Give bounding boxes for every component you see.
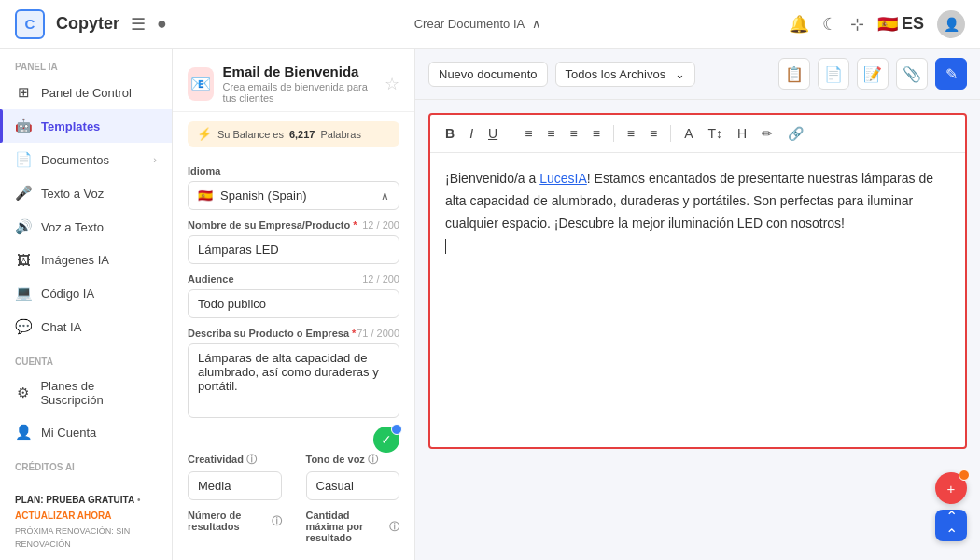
user-avatar[interactable]: 👤 (937, 10, 965, 38)
create-doc-button[interactable]: Crear Documento IA ∧ (414, 17, 542, 31)
sidebar-item-codigo[interactable]: 💻 Código IA (0, 276, 172, 310)
plan-label: PLAN: (15, 495, 44, 505)
verify-button[interactable]: ✓ (373, 427, 399, 453)
info-icon2: ⓘ (368, 454, 378, 465)
creatividad-select[interactable]: Baja Media Alta (188, 471, 282, 500)
chevron-right-icon: › (153, 154, 157, 165)
sidebar-item-mi-cuenta[interactable]: 👤 Mi Cuenta (0, 415, 172, 449)
empresa-input[interactable] (188, 235, 399, 264)
align-right-button[interactable]: ≡ (566, 124, 581, 143)
info-icon3: ⓘ (272, 514, 282, 528)
sidebar-item-imagenes[interactable]: 🖼 Imágenes IA (0, 244, 172, 276)
audience-char-count: 12 / 200 (362, 273, 399, 285)
doc-icon: 📄 (15, 151, 32, 168)
align-justify-button[interactable]: ≡ (589, 124, 604, 143)
app-header: C Copyter ☰ ● Crear Documento IA ∧ 🔔 ☾ ⊹… (0, 0, 980, 49)
balance-value: 6,217 (289, 129, 315, 140)
ordered-list-button[interactable]: ≡ (623, 124, 638, 143)
attach-button[interactable]: 📎 (896, 58, 928, 90)
pen-button[interactable]: ✏ (758, 124, 777, 143)
bold-button[interactable]: B (441, 124, 458, 143)
sidebar-item-planes[interactable]: ⚙ Planes de Suscripción (0, 371, 172, 415)
renewal-info: PRÓXIMA RENOVACIÓN: SIN RENOVACIÓN (15, 525, 157, 551)
chevron-up-icon: ∧ (381, 189, 389, 203)
favorite-icon[interactable]: ☆ (385, 74, 399, 94)
unordered-list-button[interactable]: ≡ (646, 124, 661, 143)
editor-link[interactable]: LucesIA (539, 171, 587, 186)
language-selector[interactable]: 🇪🇸 ES (877, 14, 924, 35)
sidebar-item-templates[interactable]: 🤖 Templates (0, 109, 172, 143)
italic-button[interactable]: I (466, 124, 477, 143)
panel-icon: 📧 (188, 67, 214, 101)
copy-doc-button[interactable]: 📋 (778, 58, 810, 90)
tono-field: Tono de voz ⓘ Formal Casual Humorístico (299, 453, 408, 500)
upgrade-link[interactable]: ACTUALIZAR AHORA (15, 509, 157, 523)
grid-icon: ⊞ (15, 84, 32, 101)
audience-input[interactable] (188, 289, 399, 318)
archive-select[interactable]: Todos los Archivos ⌄ (555, 62, 695, 87)
descripcion-char-count: 71 / 2000 (357, 328, 399, 339)
language-select[interactable]: 🇪🇸 Spanish (Spain) ∧ (188, 181, 399, 210)
code-icon: 💻 (15, 285, 32, 301)
user-icon: 👤 (15, 424, 32, 441)
balance-bar: ⚡ Su Balance es 6,217 Palabras (188, 121, 399, 147)
underline-button[interactable]: U (484, 124, 501, 143)
chevron-down-icon: ⌄ (675, 67, 685, 81)
chat-icon: 💬 (15, 318, 32, 335)
archive-select-label: Todos los Archivos (566, 67, 666, 81)
empresa-label: Nombre de su Empresa/Producto * (188, 219, 357, 231)
lang-value: Spanish (Spain) (220, 189, 307, 203)
settings-icon: ⚙ (15, 385, 31, 401)
sidebar-item-texto-voz[interactable]: 🎤 Texto a Voz (0, 176, 172, 210)
align-center-button[interactable]: ≡ (543, 124, 558, 143)
doc-button[interactable]: 📄 (818, 58, 849, 90)
link-button[interactable]: 🔗 (784, 124, 807, 143)
editor-box[interactable]: B I U ≡ ≡ ≡ ≡ ≡ ≡ A T↕ H (428, 113, 967, 449)
ai-icon: 🤖 (15, 118, 32, 134)
expand-icon[interactable]: ⊹ (850, 14, 864, 35)
sidebar-item-label: Documentos (41, 153, 109, 167)
dark-mode-icon[interactable]: ☾ (822, 14, 837, 35)
cantidad-label: Número de resultados (188, 510, 272, 532)
sidebar-item-label: Texto a Voz (41, 187, 104, 201)
sidebar-item-documentos[interactable]: 📄 Documentos › (0, 143, 172, 176)
tono-select[interactable]: Formal Casual Humorístico (306, 471, 400, 500)
right-toolbar: Nuevo documento Todos los Archivos ⌄ 📋 📄… (415, 49, 980, 100)
edit-button[interactable]: 📝 (857, 58, 889, 90)
align-left-button[interactable]: ≡ (521, 124, 536, 143)
document-select[interactable]: Nuevo documento (428, 62, 548, 87)
lightning-icon: ⚡ (197, 127, 212, 141)
header-right: 🔔 ☾ ⊹ 🇪🇸 ES 👤 (789, 10, 965, 38)
editor-content[interactable]: ¡Bienvenido/a a LucesIA! Estamos encanta… (430, 153, 965, 340)
doc-select-label: Nuevo documento (439, 67, 538, 81)
sidebar-item-label: Voz a Texto (41, 220, 104, 234)
plan-type: PRUEBA GRATUITA (46, 495, 134, 505)
panel-subtitle: Crea emails de bienvenida para tus clien… (223, 81, 375, 104)
center-panel: 📧 Email de Bienvenida Crea emails de bie… (173, 49, 415, 560)
descripcion-label: Describa su Producto o Empresa * (188, 328, 356, 339)
speaker-icon: 🔊 (15, 218, 32, 235)
descripcion-input[interactable]: Lámparas de alta capacidad de alumbrado,… (188, 343, 399, 418)
header-left: C Copyter ☰ ● (15, 9, 167, 39)
font-size-button[interactable]: T↕ (705, 124, 727, 143)
font-color-button[interactable]: A (680, 124, 696, 143)
required-star: * (353, 219, 357, 231)
floating-buttons: + ⌃⌃ (935, 472, 967, 541)
sidebar-item-label: Mi Cuenta (41, 426, 96, 440)
main-layout: Panel IA ⊞ Panel de Control 🤖 Templates … (0, 49, 980, 560)
sidebar-item-panel-control[interactable]: ⊞ Panel de Control (0, 76, 172, 109)
audience-field: Audience 12 / 200 (173, 264, 414, 318)
float-scroll-button[interactable]: ⌃⌃ (935, 510, 967, 541)
sidebar-item-chat[interactable]: 💬 Chat IA (0, 310, 172, 343)
menu-icon[interactable]: ☰ (131, 14, 146, 35)
search-icon[interactable]: ● (157, 14, 167, 34)
active-button[interactable]: ✎ (935, 58, 967, 90)
sidebar-item-voz-texto[interactable]: 🔊 Voz a Texto (0, 210, 172, 244)
notification-icon[interactable]: 🔔 (789, 14, 809, 35)
text-cursor (445, 239, 446, 254)
heading-button[interactable]: H (734, 124, 750, 143)
sidebar-item-label: Planes de Suscripción (40, 379, 157, 407)
panel-title-block: Email de Bienvenida Crea emails de bienv… (223, 63, 375, 104)
tono-label: Tono de voz ⓘ (306, 453, 378, 467)
mic-icon: 🎤 (15, 185, 32, 202)
